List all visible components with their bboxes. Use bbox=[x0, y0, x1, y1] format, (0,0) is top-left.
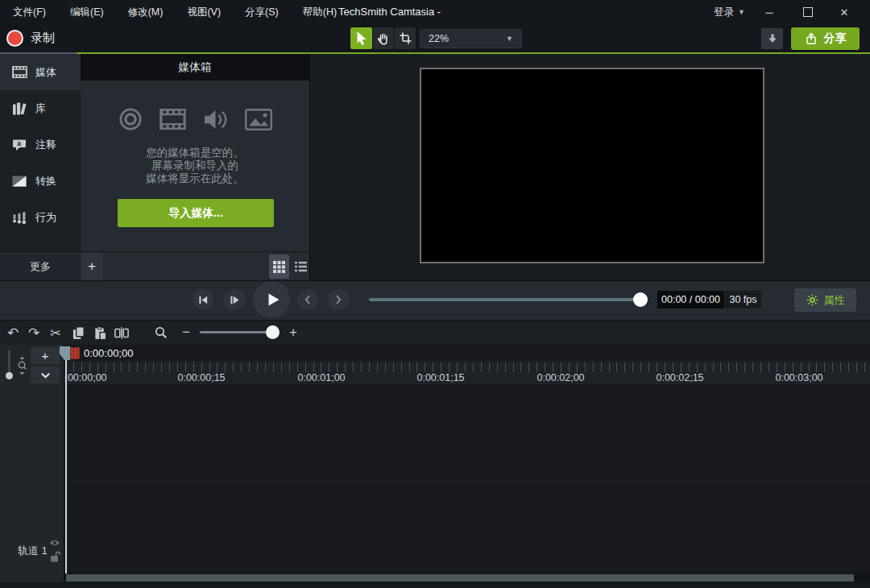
previous-clip-button[interactable] bbox=[297, 289, 318, 310]
timeline-zoom-out-button[interactable]: − bbox=[177, 322, 195, 343]
ruler-label-3: 0:00:01;15 bbox=[416, 372, 464, 383]
track-header-column: + 轨道 1 bbox=[0, 345, 64, 582]
undo-button[interactable]: ↶ bbox=[3, 322, 23, 343]
sidebar-label-library: 库 bbox=[35, 101, 46, 116]
canvas-zoom-value: 22% bbox=[429, 33, 449, 44]
transition-icon bbox=[10, 176, 28, 187]
share-icon bbox=[805, 32, 818, 45]
export-local-button[interactable] bbox=[761, 28, 783, 49]
hand-icon bbox=[376, 31, 391, 46]
list-view-button[interactable] bbox=[291, 255, 310, 279]
redo-button[interactable]: ↷ bbox=[24, 322, 44, 343]
add-media-button[interactable]: + bbox=[81, 253, 102, 280]
menu-file[interactable]: 文件(F) bbox=[11, 6, 48, 19]
timeline: 0:00:00;00 0:00:00;15 0:00:01;00 0:00:01… bbox=[0, 345, 870, 588]
properties-button[interactable]: 属性 bbox=[794, 288, 856, 312]
record-button[interactable]: 录制 bbox=[6, 27, 55, 49]
fps-value: 30 fps bbox=[729, 294, 756, 305]
maximize-button[interactable] bbox=[794, 2, 822, 23]
sidebar-label-transitions: 转换 bbox=[35, 174, 56, 188]
copy-icon bbox=[72, 326, 85, 340]
track-zoom-fit-button[interactable] bbox=[15, 350, 28, 382]
media-bin-title: 媒体箱 bbox=[178, 60, 212, 75]
seek-slider-track[interactable] bbox=[369, 298, 642, 301]
add-track-button[interactable]: + bbox=[31, 347, 60, 364]
title-bar: 文件(F) 编辑(E) 修改(M) 视图(V) 分享(S) 帮助(H) Tech… bbox=[0, 0, 870, 24]
media-bin-header: 媒体箱 bbox=[81, 54, 309, 81]
track-1-lock-button[interactable] bbox=[49, 550, 60, 562]
sidebar-item-transitions[interactable]: 转换 bbox=[0, 163, 81, 199]
play-button[interactable] bbox=[253, 281, 290, 318]
playhead-out-marker[interactable] bbox=[70, 347, 80, 359]
track-1-name[interactable]: 轨道 1 bbox=[18, 544, 48, 558]
menu-modify[interactable]: 修改(M) bbox=[126, 6, 165, 19]
crop-tool-button[interactable] bbox=[395, 27, 416, 49]
media-bin-panel: 媒体箱 您的媒体箱是空的。 屏幕录制和导入的 媒体将显示在此处。 导入媒体...… bbox=[81, 54, 310, 280]
sidebar-label-media: 媒体 bbox=[35, 65, 56, 80]
timeline-scrollbar-thumb[interactable] bbox=[66, 574, 854, 582]
fps-display[interactable]: 30 fps bbox=[725, 291, 761, 308]
chevron-down-icon bbox=[40, 372, 51, 379]
step-backward-button[interactable] bbox=[193, 289, 213, 310]
login-caret-icon: ▼ bbox=[738, 8, 745, 16]
timeline-zoom-in-button[interactable]: + bbox=[284, 322, 302, 343]
sidebar-more-label: 更多 bbox=[30, 259, 51, 274]
grid-view-button[interactable] bbox=[269, 255, 289, 279]
ruler-label-6: 0:00:03;00 bbox=[775, 372, 822, 383]
copy-button[interactable] bbox=[68, 322, 88, 343]
close-button[interactable]: ✕ bbox=[831, 2, 858, 23]
playhead-line[interactable] bbox=[65, 348, 67, 574]
time-display: 00:00 / 00:00 bbox=[657, 291, 724, 308]
timeline-zoom-button[interactable] bbox=[151, 322, 171, 343]
sidebar-more-button[interactable]: 更多 bbox=[0, 251, 81, 281]
sidebar-item-annotations[interactable]: a 注释 bbox=[0, 126, 81, 163]
menu-help[interactable]: 帮助(H) bbox=[301, 6, 338, 19]
share-button[interactable]: 分享 bbox=[791, 27, 860, 50]
sidebar-item-media[interactable]: 媒体 bbox=[0, 54, 81, 90]
cut-button[interactable]: ✂ bbox=[46, 322, 65, 343]
books-icon bbox=[10, 102, 28, 115]
menu-edit[interactable]: 编辑(E) bbox=[68, 6, 106, 19]
playhead-time-label: 0:00:00;00 bbox=[84, 347, 133, 359]
media-bin-empty-icons bbox=[81, 107, 309, 131]
canvas-zoom-select[interactable]: 22% ▼ bbox=[420, 29, 522, 48]
canvas-zoom-caret-icon: ▼ bbox=[506, 35, 513, 43]
menu-view[interactable]: 视图(V) bbox=[185, 6, 222, 19]
ruler-label-4: 0:00:02;00 bbox=[536, 372, 584, 383]
chevron-left-icon bbox=[304, 294, 312, 305]
empty-text-line2: 屏幕录制和导入的 bbox=[81, 159, 309, 172]
paste-button[interactable] bbox=[90, 322, 110, 343]
sidebar-item-behaviors[interactable]: 行为 bbox=[0, 199, 81, 235]
timeline-bottom-strip bbox=[0, 582, 870, 588]
track-1-visibility-button[interactable] bbox=[48, 538, 61, 548]
login-button[interactable]: 登录 ▼ bbox=[714, 0, 745, 24]
play-icon bbox=[262, 290, 281, 309]
track-options-button[interactable] bbox=[31, 366, 60, 383]
cursor-arrow-icon bbox=[354, 31, 369, 46]
step-forward-button[interactable] bbox=[224, 289, 245, 310]
empty-text-line3: 媒体将显示在此处。 bbox=[81, 172, 309, 185]
sidebar-item-library[interactable]: 库 bbox=[0, 90, 81, 126]
film-strip-icon bbox=[10, 66, 28, 78]
record-ring-icon bbox=[118, 107, 143, 131]
track-height-slider-thumb[interactable] bbox=[6, 372, 13, 379]
list-view-icon bbox=[295, 261, 307, 272]
login-label: 登录 bbox=[714, 6, 734, 19]
next-clip-button[interactable] bbox=[328, 289, 349, 310]
ruler-ticks bbox=[65, 362, 870, 372]
record-label: 录制 bbox=[31, 31, 55, 46]
media-bin-empty-text: 您的媒体箱是空的。 屏幕录制和导入的 媒体将显示在此处。 bbox=[81, 147, 309, 185]
cursor-tool-button[interactable] bbox=[350, 27, 372, 49]
pan-tool-button[interactable] bbox=[373, 27, 394, 49]
timeline-ruler[interactable]: 0:00:00;00 0:00:00;15 0:00:01;00 0:00:01… bbox=[64, 361, 870, 385]
split-button[interactable] bbox=[112, 322, 131, 343]
import-media-button[interactable]: 导入媒体... bbox=[118, 199, 274, 227]
sidebar: 媒体 库 a 注释 转换 行为 更多 bbox=[0, 54, 81, 280]
gear-icon bbox=[806, 294, 818, 306]
svg-text:a: a bbox=[17, 139, 21, 147]
timeline-zoom-slider-thumb[interactable] bbox=[266, 325, 280, 339]
preview-canvas[interactable] bbox=[420, 68, 764, 263]
seek-slider-thumb[interactable] bbox=[633, 292, 648, 307]
menu-share[interactable]: 分享(S) bbox=[243, 6, 280, 19]
minimize-button[interactable]: ─ bbox=[756, 2, 783, 23]
